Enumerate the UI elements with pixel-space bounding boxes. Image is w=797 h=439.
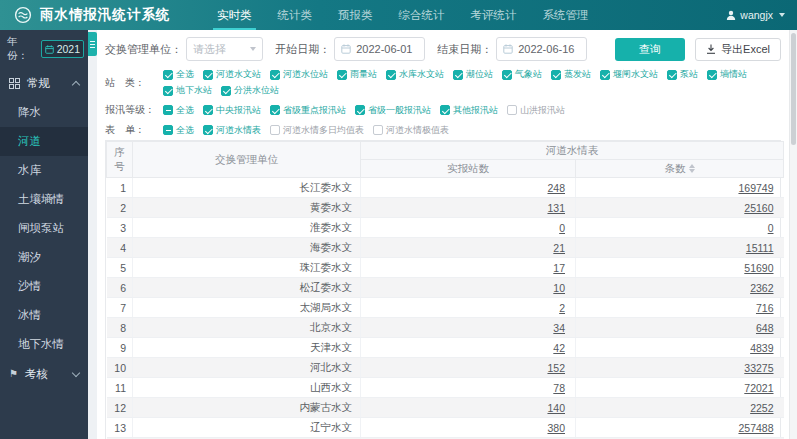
- sidebar-item[interactable]: 沙情: [0, 272, 88, 301]
- stations-link[interactable]: 380: [547, 422, 565, 434]
- stations-link[interactable]: 17: [553, 262, 565, 274]
- stations-link[interactable]: 131: [547, 202, 565, 214]
- stations-link[interactable]: 140: [547, 402, 565, 414]
- sidebar-group-changgui[interactable]: 常规: [0, 68, 88, 98]
- checkbox-option[interactable]: 河道水情极值表: [373, 124, 449, 137]
- select-caret-icon: [250, 47, 256, 51]
- count-link[interactable]: 2362: [750, 282, 773, 294]
- checkbox-option[interactable]: 潮位站: [453, 68, 493, 81]
- checkbox-option[interactable]: 全选: [163, 124, 194, 137]
- row-index: 3: [107, 218, 133, 238]
- count-link[interactable]: 716: [756, 302, 774, 314]
- checkbox-option[interactable]: 地下水站: [163, 84, 212, 97]
- sidebar-collapse-handle[interactable]: [88, 32, 97, 56]
- checkbox-icon: [373, 125, 383, 135]
- count-link[interactable]: 72021: [744, 382, 773, 394]
- sort-carets-icon[interactable]: [689, 164, 695, 173]
- checkbox-option[interactable]: 水库水文站: [386, 68, 444, 81]
- col-header-unit: 交换管理单位: [133, 142, 361, 178]
- stations-link[interactable]: 152: [547, 362, 565, 374]
- checkbox-option[interactable]: 堰闸水文站: [600, 68, 658, 81]
- nav-tab[interactable]: 考评统计: [458, 0, 530, 30]
- count-link[interactable]: 257488: [738, 422, 773, 434]
- checkbox-icon: [270, 70, 280, 80]
- count-cell: 4839: [576, 338, 784, 358]
- stations-link[interactable]: 0: [559, 222, 565, 234]
- checkbox-icon: [163, 70, 173, 80]
- nav-tab[interactable]: 预报类: [325, 0, 386, 30]
- checkbox-label: 其他报汛站: [453, 104, 498, 117]
- checkbox-option[interactable]: 气象站: [502, 68, 542, 81]
- checkbox-option[interactable]: 河道水文站: [203, 68, 261, 81]
- checkbox-label: 河道水位站: [283, 68, 328, 81]
- sidebar-menu-list: 降水河道水库土壤墒情闸坝泵站潮汐沙情冰情地下水情: [0, 98, 88, 359]
- sidebar-item[interactable]: 降水: [0, 98, 88, 127]
- checkbox-label: 河道水情表: [216, 124, 261, 137]
- checkbox-label: 气象站: [515, 68, 542, 81]
- count-link[interactable]: 648: [756, 322, 774, 334]
- count-link[interactable]: 33275: [744, 362, 773, 374]
- checkbox-option[interactable]: 河道水情多日均值表: [270, 124, 364, 137]
- checkbox-option[interactable]: 蒸发站: [551, 68, 591, 81]
- table-row: 10河北水文15233275: [107, 358, 784, 378]
- count-link[interactable]: 2252: [750, 402, 773, 414]
- nav-tab[interactable]: 综合统计: [386, 0, 458, 30]
- checkbox-option[interactable]: 全选: [163, 104, 194, 117]
- checkbox-option[interactable]: 全选: [163, 68, 194, 81]
- checkbox-option[interactable]: 雨量站: [337, 68, 377, 81]
- sidebar-item[interactable]: 闸坝泵站: [0, 214, 88, 243]
- row-index: 11: [107, 378, 133, 398]
- checkbox-option[interactable]: 分洪水位站: [221, 84, 279, 97]
- stations-link[interactable]: 2: [559, 302, 565, 314]
- calendar-icon: [341, 44, 351, 54]
- scrollbar-thumb[interactable]: [791, 33, 796, 145]
- count-link[interactable]: 0: [768, 222, 774, 234]
- year-input[interactable]: 2021: [41, 40, 84, 58]
- unit-select[interactable]: 请选择: [186, 37, 263, 61]
- sidebar-group-kaohe[interactable]: ⚑ 考核: [0, 359, 88, 389]
- stations-cell: 248: [361, 178, 576, 198]
- nav-tab[interactable]: 实时类: [204, 0, 265, 30]
- end-date-input[interactable]: 2022-06-16: [496, 37, 587, 61]
- export-excel-button[interactable]: 导出Excel: [695, 38, 781, 61]
- col-header-count[interactable]: 条数: [576, 160, 784, 178]
- checkbox-option[interactable]: 山洪报汛站: [507, 104, 565, 117]
- checkbox-option[interactable]: 省级重点报汛站: [270, 104, 346, 117]
- count-link[interactable]: 169749: [738, 182, 773, 194]
- stations-link[interactable]: 248: [547, 182, 565, 194]
- count-link[interactable]: 15111: [746, 242, 774, 254]
- sidebar-item[interactable]: 河道: [0, 127, 88, 156]
- checkbox-option[interactable]: 其他报汛站: [440, 104, 498, 117]
- vertical-scrollbar[interactable]: [789, 30, 797, 439]
- row-index: 6: [107, 278, 133, 298]
- search-button[interactable]: 查询: [615, 38, 685, 61]
- table-row: 11山西水文7872021: [107, 378, 784, 398]
- sidebar-item[interactable]: 土壤墒情: [0, 185, 88, 214]
- checkbox-option[interactable]: 墒情站: [707, 68, 747, 81]
- sidebar-item[interactable]: 水库: [0, 156, 88, 185]
- checkbox-option[interactable]: 泵站: [667, 68, 698, 81]
- checkbox-option[interactable]: 省级一般报汛站: [355, 104, 431, 117]
- stations-link[interactable]: 78: [553, 382, 565, 394]
- stations-link[interactable]: 42: [553, 342, 565, 354]
- start-date-input[interactable]: 2022-06-01: [334, 37, 425, 61]
- nav-tab[interactable]: 系统管理: [530, 0, 602, 30]
- checkbox-option[interactable]: 中央报汛站: [203, 104, 261, 117]
- checkbox-option[interactable]: 河道水位站: [270, 68, 328, 81]
- sidebar-item[interactable]: 潮汐: [0, 243, 88, 272]
- row-index: 13: [107, 418, 133, 438]
- count-cell: 51690: [576, 258, 784, 278]
- count-link[interactable]: 4839: [750, 342, 773, 354]
- checkbox-option[interactable]: 河道水情表: [203, 124, 261, 137]
- sidebar-item[interactable]: 冰情: [0, 301, 88, 330]
- stations-link[interactable]: 34: [553, 322, 565, 334]
- row-index: 12: [107, 398, 133, 418]
- count-link[interactable]: 51690: [744, 262, 773, 274]
- stations-link[interactable]: 10: [553, 282, 565, 294]
- count-link[interactable]: 25160: [744, 202, 773, 214]
- sidebar-item[interactable]: 地下水情: [0, 330, 88, 359]
- nav-tab[interactable]: 统计类: [265, 0, 326, 30]
- end-date-value: 2022-06-16: [518, 43, 574, 55]
- stations-link[interactable]: 21: [553, 242, 565, 254]
- user-menu[interactable]: wangjx: [726, 9, 785, 21]
